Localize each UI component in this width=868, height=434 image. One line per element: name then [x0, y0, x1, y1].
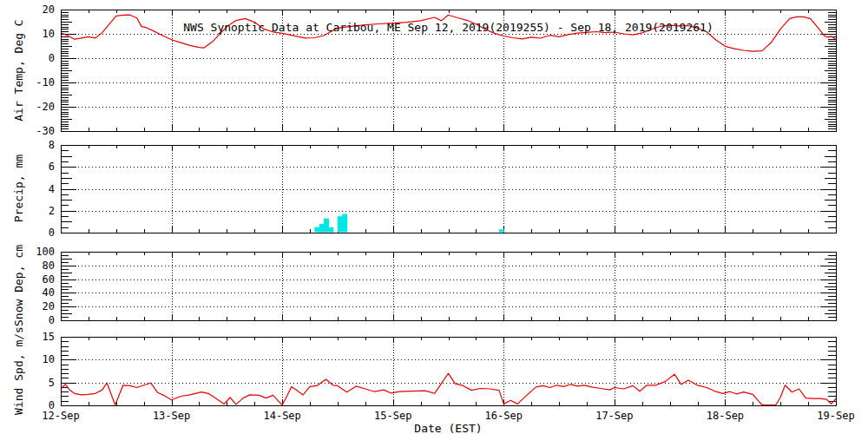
y-tick-label: 100: [36, 246, 55, 258]
y-tick-label: 80: [43, 260, 55, 272]
x-tick-label: 14-Sep: [263, 410, 300, 422]
panel-border: [62, 146, 837, 233]
precipitation-bar: [319, 224, 325, 233]
x-tick-label: 13-Sep: [153, 410, 190, 422]
synoptic-chart-canvas: 20100-10-20-308642010080604020015105012-…: [0, 0, 868, 434]
y-tick-label: -10: [36, 76, 55, 89]
panel-border: [62, 253, 837, 321]
panel-border: [62, 338, 837, 406]
y-tick-label: 2: [49, 205, 55, 217]
y-tick-label: 20: [43, 300, 55, 312]
x-tick-label: 19-Sep: [817, 410, 854, 422]
x-tick-label: 16-Sep: [485, 410, 523, 422]
precipitation-bar: [324, 219, 329, 233]
y-tick-label: -30: [36, 125, 55, 137]
precipitation-bar: [328, 227, 333, 233]
wind-speed-line: [61, 373, 836, 404]
x-tick-label: 15-Sep: [374, 410, 411, 422]
y-tick-label: 0: [49, 52, 55, 64]
y-tick-label: 60: [43, 273, 55, 286]
y-tick-label: 20: [43, 3, 55, 16]
y-tick-label: 8: [49, 139, 55, 151]
precipitation-bar: [499, 229, 504, 232]
x-tick-label: 17-Sep: [595, 410, 633, 422]
precipitation-bar: [342, 214, 347, 233]
y-tick-label: 4: [49, 183, 55, 195]
y-tick-label: 40: [43, 286, 55, 299]
y-axis-title-snow-depth: Snow Dep, cm: [12, 245, 25, 326]
precipitation-bar: [338, 216, 343, 232]
y-axis-title-wind-speed: Wind Spd, m/s: [12, 326, 25, 415]
synoptic-plot-page: 20100-10-20-308642010080604020015105012-…: [0, 0, 868, 434]
y-axis-title-air-temp: Air Temp, Deg C: [12, 19, 25, 121]
y-axis-title-precip: Precip, mm: [12, 155, 25, 222]
y-tick-label: -20: [36, 101, 55, 113]
x-tick-label: 12-Sep: [42, 410, 79, 422]
x-axis-title: Date (EST): [61, 422, 836, 434]
y-tick-label: 15: [43, 331, 55, 343]
x-tick-label: 18-Sep: [707, 410, 744, 422]
y-tick-label: 6: [49, 161, 55, 173]
y-tick-label: 10: [43, 28, 55, 40]
y-tick-label: 0: [49, 227, 55, 239]
y-tick-label: 10: [43, 353, 55, 365]
y-tick-label: 5: [49, 377, 55, 389]
precipitation-bar: [314, 227, 319, 233]
y-tick-label: 0: [49, 314, 55, 326]
plot-title: NWS Synoptic Data at Caribou, ME Sep 12,…: [61, 21, 836, 34]
